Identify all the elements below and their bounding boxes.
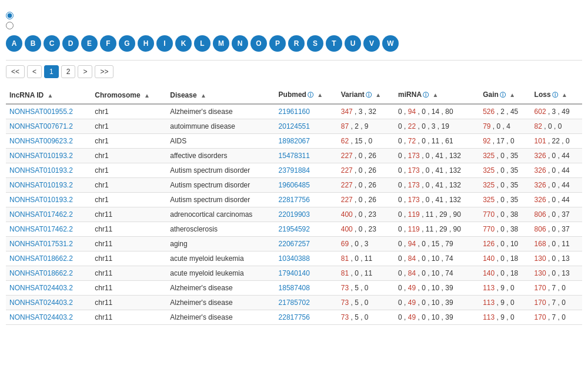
th-variant[interactable]: Variantⓘ ▲	[338, 86, 395, 104]
loss-val3: 13	[562, 254, 569, 263]
disease-cell: Alzheimer's disease	[166, 310, 275, 325]
radio-experimental-label[interactable]	[6, 12, 582, 19]
th-loss[interactable]: Lossⓘ ▲	[531, 86, 582, 104]
lncrna-id-link[interactable]: NONHSAT024403.2	[9, 298, 73, 307]
pubmed-link[interactable]: 18587408	[279, 284, 310, 292]
table-row: NONHSAT007671.2chr1autoimmune disease201…	[6, 119, 582, 134]
alpha-btn-b[interactable]: B	[25, 35, 41, 52]
radio-tam-label[interactable]	[6, 22, 582, 29]
mirna-cell: 0 , 94 , 0 , 15 , 79	[395, 237, 479, 251]
alpha-btn-n[interactable]: N	[232, 35, 248, 52]
alpha-btn-t[interactable]: T	[326, 35, 342, 52]
lncrna-id-link[interactable]: NONHSAT024403.2	[9, 313, 73, 321]
lncrna-id-link[interactable]: NONHSAT024403.2	[9, 284, 73, 292]
pubmed-link[interactable]: 20124551	[279, 122, 310, 130]
lncrna-id-link[interactable]: NONHSAT010193.2	[9, 181, 73, 189]
chromosome-cell: chr11	[91, 296, 166, 310]
page-btn-nextnext[interactable]: >>	[95, 65, 113, 78]
th-chromosome[interactable]: Chromosome ▲	[91, 86, 166, 104]
radio-tam[interactable]	[6, 22, 14, 29]
alpha-btn-a[interactable]: A	[6, 35, 22, 52]
lncrna-id-link[interactable]: NONHSAT017462.2	[9, 225, 73, 233]
alpha-btn-s[interactable]: S	[307, 35, 323, 52]
page-btn-next[interactable]: >	[78, 65, 92, 78]
pubmed-link[interactable]: 22817756	[279, 313, 310, 321]
pubmed-link[interactable]: 21785702	[279, 298, 310, 307]
pubmed-link[interactable]: 21961160	[279, 108, 310, 116]
page-btn-prev[interactable]: <	[27, 65, 42, 78]
lncrna-id-link[interactable]: NONHSAT010193.2	[9, 196, 73, 204]
lncrna-id-link[interactable]: NONHSAT017462.2	[9, 210, 73, 219]
mirna-val1: 0	[398, 254, 402, 263]
page-btn-2[interactable]: 2	[61, 65, 76, 78]
variant-val2: 0	[355, 254, 359, 263]
lncrna-id-link[interactable]: NONHSAT001955.2	[9, 108, 73, 116]
alpha-btn-k[interactable]: K	[175, 35, 192, 52]
pubmed-link[interactable]: 19606485	[279, 181, 310, 189]
gain-cell: 325 , 0 , 35	[479, 163, 530, 178]
mirna-cell: 0 , 119 , 11 , 29 , 90	[395, 222, 479, 237]
alpha-btn-m[interactable]: M	[213, 35, 229, 52]
mirna-val2: 173	[408, 181, 420, 189]
gain-cell: 770 , 0 , 38	[479, 207, 530, 222]
alpha-btn-d[interactable]: D	[62, 35, 79, 52]
alpha-btn-r[interactable]: R	[288, 35, 305, 52]
alpha-btn-i[interactable]: I	[156, 35, 173, 52]
alpha-btn-p[interactable]: P	[269, 35, 286, 52]
table-row: NONHSAT018662.2chr11acute myeloid leukem…	[6, 266, 582, 281]
table-row: NONHSAT010193.2chr1affective disorders15…	[6, 149, 582, 163]
th-pubmed[interactable]: Pubmedⓘ ▲	[275, 86, 338, 104]
mirna-val3: 0	[422, 122, 426, 130]
loss-val1: 168	[534, 240, 546, 248]
lncrna-id-link[interactable]: NONHSAT010193.2	[9, 152, 73, 160]
page-btn-1[interactable]: 1	[44, 65, 59, 78]
mirna-val5: 90	[453, 210, 461, 219]
pubmed-link[interactable]: 22019903	[279, 210, 310, 219]
th-gain[interactable]: Gainⓘ ▲	[479, 86, 530, 104]
alpha-btn-l[interactable]: L	[194, 35, 211, 52]
alpha-btn-g[interactable]: G	[119, 35, 135, 52]
lncrna-id-link[interactable]: NONHSAT009623.2	[9, 137, 73, 145]
pubmed-link[interactable]: 23791884	[279, 166, 310, 175]
th-mirna[interactable]: miRNAⓘ ▲	[395, 86, 479, 104]
lncrna-id-link[interactable]: NONHSAT007671.2	[9, 122, 73, 130]
alpha-btn-f[interactable]: F	[100, 35, 116, 52]
alpha-btn-w[interactable]: W	[382, 35, 399, 52]
radio-experimental[interactable]	[6, 12, 14, 19]
alpha-btn-v[interactable]: V	[363, 35, 380, 52]
th-disease[interactable]: Disease ▲	[166, 86, 275, 104]
mirna-val2: 84	[408, 254, 416, 263]
pubmed-link[interactable]: 17940140	[279, 269, 310, 277]
sort-arrows: ▲	[317, 92, 323, 98]
pubmed-link[interactable]: 21954592	[279, 225, 310, 233]
alpha-btn-o[interactable]: O	[250, 35, 267, 52]
alpha-btn-c[interactable]: C	[44, 35, 60, 52]
lncrna-id-link[interactable]: NONHSAT017531.2	[9, 240, 73, 248]
alpha-btn-e[interactable]: E	[81, 35, 98, 52]
variant-val3: 3	[365, 240, 369, 248]
alpha-btn-u[interactable]: U	[345, 35, 361, 52]
th-lncrna_id[interactable]: lncRNA ID ▲	[6, 86, 91, 104]
gain-val1: 325	[483, 166, 495, 175]
lncrna-id-link[interactable]: NONHSAT018662.2	[9, 269, 73, 277]
pubmed-link[interactable]: 18982067	[279, 137, 310, 145]
alpha-btn-h[interactable]: H	[138, 35, 154, 52]
chromosome-cell: chr1	[91, 178, 166, 193]
pubmed-link[interactable]: 22067257	[279, 240, 310, 248]
page-btn-prevprev[interactable]: <<	[6, 65, 25, 78]
pubmed-link[interactable]: 15478311	[279, 152, 310, 160]
table-row: NONHSAT017462.2chr11adrenocortical carci…	[6, 207, 582, 222]
loss-val1: 170	[534, 298, 546, 307]
lncrna-id-link[interactable]: NONHSAT018662.2	[9, 254, 73, 263]
pubmed-link[interactable]: 22817756	[279, 196, 310, 204]
mirna-val4: 14	[432, 108, 439, 116]
variant-val1: 227	[341, 166, 353, 175]
loss-val3: 13	[562, 269, 569, 277]
chromosome-cell: chr1	[91, 119, 166, 134]
mirna-val2: 49	[408, 284, 416, 292]
lncrna-id-link[interactable]: NONHSAT010193.2	[9, 166, 73, 175]
pubmed-link[interactable]: 10340388	[279, 254, 310, 263]
variant-val2: 0	[359, 210, 363, 219]
gain-val1: 113	[483, 313, 495, 321]
mirna-val5: 74	[445, 254, 453, 263]
